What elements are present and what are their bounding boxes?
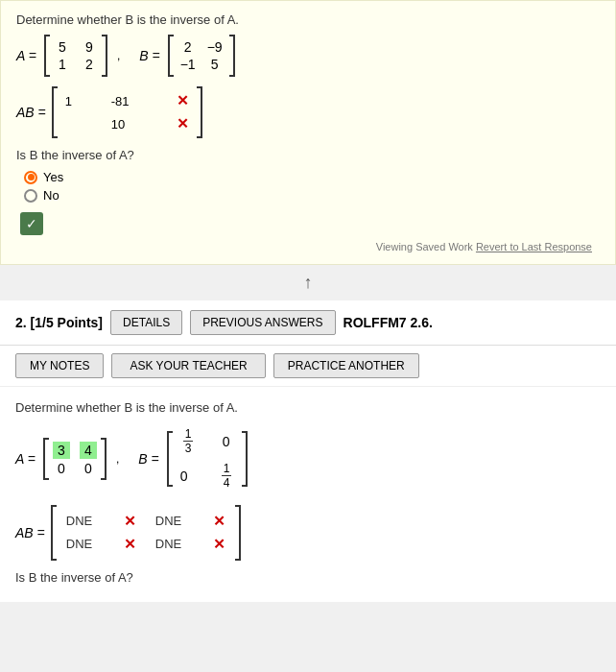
problem1-title: Determine whether B is the inverse of A. (16, 12, 600, 27)
p2-b-bracket-right (242, 431, 248, 487)
a-row1: 5 9 (54, 39, 98, 55)
p2-ab-matrix-row: AB = DNE ✕ DNE ✕ DNE ✕ DNE ✕ (15, 505, 601, 561)
p2-b-row1: 1 3 0 (180, 426, 235, 457)
p2-ab-r1-mark2: ✕ (213, 513, 225, 530)
problem2-toolbar: 2. [1/5 Points] DETAILS PREVIOUS ANSWERS… (0, 300, 616, 346)
ab-matrix-row: AB = 1 -81 ✕ 10 ✕ (16, 86, 600, 138)
p2-ab-cells: DNE ✕ DNE ✕ DNE ✕ DNE ✕ (57, 509, 235, 557)
problem2-notes-row: MY NOTES ASK YOUR TEACHER PRACTICE ANOTH… (0, 346, 616, 387)
ab-bracket-right (197, 86, 202, 138)
submit-check-button[interactable]: ✓ (20, 212, 43, 235)
saved-work-line: Viewing Saved Work Revert to Last Respon… (16, 241, 600, 252)
frac-1-4: 1 4 (222, 462, 232, 491)
b-row1: 2 −9 (179, 39, 224, 55)
b-row2: −1 5 (179, 57, 224, 72)
no-label: No (43, 188, 59, 203)
p2-b-r2c2: 1 4 (219, 461, 235, 492)
yes-label: Yes (43, 170, 63, 184)
is-b-question: Is B the inverse of A? (16, 148, 600, 162)
ab-r2c2: 10 (111, 117, 157, 132)
p2-ab-bracket-wrap: DNE ✕ DNE ✕ DNE ✕ DNE ✕ (51, 505, 241, 561)
a-label: A = (16, 48, 36, 63)
p2-b-label: B = (138, 451, 158, 467)
p2-ab-r1c2: DNE (155, 514, 194, 528)
p2-a-label: A = (15, 451, 36, 467)
p2-a-r2c1: 0 (53, 461, 70, 476)
p2-a-matrix: 3 4 0 0 (43, 438, 107, 480)
yes-option[interactable]: Yes (24, 170, 600, 184)
no-option[interactable]: No (24, 188, 600, 203)
previous-answers-button[interactable]: PREVIOUS ANSWERS (190, 310, 335, 335)
b-label: B = (139, 48, 159, 63)
p2-ab-label: AB = (15, 525, 45, 540)
b-matrix: 2 −9 −1 5 (168, 35, 235, 77)
p2-b-matrix-cells: 1 3 0 0 1 4 (173, 422, 243, 495)
ab-row2: 10 ✕ (65, 115, 189, 132)
no-radio[interactable] (24, 189, 37, 203)
p2-ab-r2c2: DNE (155, 537, 194, 551)
b-bracket-right (229, 35, 235, 77)
p2-a-r1c1: 3 (53, 442, 70, 459)
a-comma: , (117, 49, 120, 62)
p2-b-r2c1: 0 (180, 468, 209, 484)
arrow-icon: ↑ (304, 273, 313, 293)
p2-a-row1: 3 4 (53, 442, 97, 459)
frac-1-3: 1 3 (183, 427, 194, 456)
practice-another-button[interactable]: PRACTICE ANOTHER (273, 353, 419, 378)
problem2-matrices: A = 3 4 0 0 , B = (15, 422, 601, 495)
ab-cells: 1 -81 ✕ 10 ✕ (58, 88, 197, 136)
saved-work-text: Viewing Saved Work (376, 241, 473, 252)
ab-label: AB = (16, 105, 46, 120)
problem1-section: Determine whether B is the inverse of A.… (0, 0, 616, 265)
arrow-area: ↑ (0, 265, 616, 300)
p2-b-row2: 0 1 4 (180, 461, 235, 492)
p2-a-matrix-cells: 3 4 0 0 (49, 440, 101, 478)
a-matrix: 5 9 1 2 (44, 35, 107, 77)
p2-is-b-question: Is B the inverse of A? (15, 570, 601, 585)
p2-ab-row2: DNE ✕ DNE ✕ (66, 536, 225, 553)
p2-ab-r2-mark2: ✕ (213, 536, 225, 553)
ab-bracket-wrap: 1 -81 ✕ 10 ✕ (52, 86, 202, 138)
ab-r2-mark: ✕ (177, 115, 189, 132)
code-label: ROLFFM7 2.6. (344, 315, 433, 330)
p2-ab-r2-mark1: ✕ (124, 536, 136, 553)
problem2-title: Determine whether B is the inverse of A. (15, 400, 601, 415)
yes-radio[interactable] (24, 171, 37, 184)
ask-teacher-button[interactable]: ASK YOUR TEACHER (111, 353, 265, 378)
p2-b-r1c1: 1 3 (180, 426, 209, 457)
p2-a-comma: , (116, 452, 119, 466)
details-button[interactable]: DETAILS (110, 310, 182, 335)
ab-r1c2: -81 (111, 94, 157, 108)
b-matrix-cells: 2 −9 −1 5 (174, 37, 229, 74)
revert-link[interactable]: Revert to Last Response (476, 241, 592, 252)
p2-ab-r1-mark1: ✕ (124, 513, 136, 530)
ab-row1: 1 -81 ✕ (65, 92, 189, 109)
a-row2: 1 2 (54, 57, 98, 72)
my-notes-button[interactable]: MY NOTES (15, 353, 104, 378)
radio-group: Yes No (24, 170, 600, 203)
p2-ab-r1c1: DNE (66, 514, 105, 528)
p2-ab-bracket-right (235, 505, 241, 561)
p2-ab-r2c1: DNE (66, 537, 105, 551)
ab-r1c1: 1 (65, 94, 92, 108)
ab-r1-mark: ✕ (177, 92, 189, 109)
p2-a-r2c2: 0 (80, 461, 97, 476)
p2-b-matrix: 1 3 0 0 1 4 (167, 422, 249, 495)
p2-b-r1c2: 0 (219, 434, 234, 449)
p2-a-r1c2: 4 (80, 442, 97, 459)
p2-a-bracket-right (101, 438, 107, 480)
a-bracket-right (102, 35, 107, 77)
problem2-section: Determine whether B is the inverse of A.… (0, 387, 616, 602)
p2-ab-row1: DNE ✕ DNE ✕ (66, 513, 225, 530)
problem1-matrices: A = 5 9 1 2 , B = 2 (16, 35, 600, 77)
a-matrix-cells: 5 9 1 2 (50, 37, 102, 74)
p2-a-row2: 0 0 (53, 461, 97, 476)
points-label: 2. [1/5 Points] (15, 315, 103, 330)
